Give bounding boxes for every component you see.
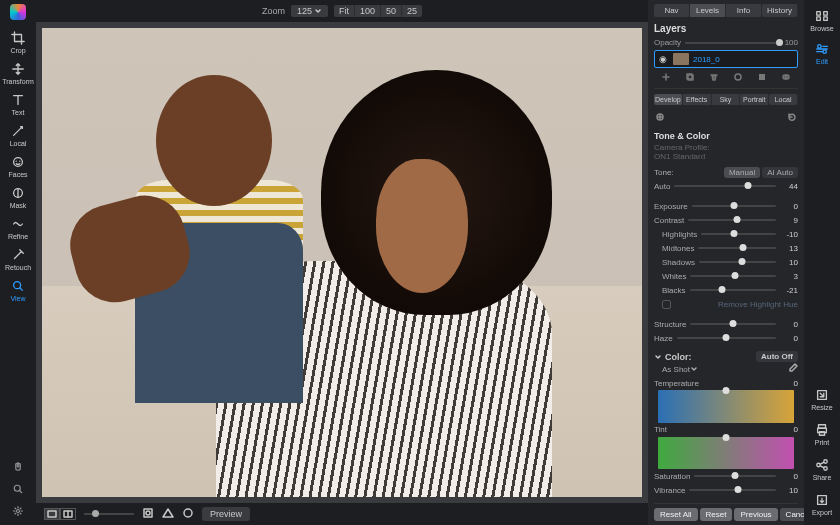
- svg-rect-7: [144, 509, 152, 517]
- reset-button[interactable]: Reset: [700, 508, 733, 521]
- share-button[interactable]: Share: [811, 455, 832, 484]
- crop-tool[interactable]: Crop: [1, 28, 35, 57]
- view-tool[interactable]: View: [1, 276, 35, 305]
- opacity-slider[interactable]: [685, 42, 781, 44]
- color-section-toggle[interactable]: Color: Auto Off: [654, 351, 798, 362]
- ai-auto-button[interactable]: AI Auto: [762, 167, 798, 178]
- refine-tool[interactable]: Refine: [1, 214, 35, 243]
- svg-point-9: [184, 509, 192, 517]
- layer-visibility-icon[interactable]: ◉: [657, 54, 669, 64]
- zoom-value-input[interactable]: 125: [291, 5, 328, 17]
- contrast-slider[interactable]: [688, 219, 776, 221]
- left-toolbar: Crop Transform Text Local Faces Mask Ref…: [0, 0, 36, 525]
- info-tab[interactable]: Info: [726, 4, 762, 17]
- nav-tab[interactable]: Nav: [654, 4, 690, 17]
- camera-profile-label: Camera Profile:: [654, 143, 798, 152]
- compare-slider[interactable]: [84, 513, 134, 515]
- shadows-slider[interactable]: [699, 261, 776, 263]
- highlights-label: Highlights: [662, 230, 697, 239]
- manual-button[interactable]: Manual: [724, 167, 760, 178]
- structure-slider[interactable]: [690, 323, 776, 325]
- text-tool[interactable]: Text: [1, 90, 35, 119]
- shadows-label: Shadows: [662, 258, 695, 267]
- blend-mode-icon[interactable]: [781, 72, 791, 84]
- image-canvas[interactable]: [36, 22, 648, 503]
- split-view-mode[interactable]: [60, 508, 76, 520]
- saturation-label: Saturation: [654, 472, 690, 481]
- portrait-mode-tab[interactable]: Portrait: [740, 94, 769, 105]
- history-tab[interactable]: History: [762, 4, 798, 17]
- layer-thumbnail: [673, 53, 689, 65]
- print-button[interactable]: Print: [811, 420, 832, 449]
- app-logo-icon: [10, 4, 26, 20]
- auto-slider[interactable]: [674, 185, 776, 187]
- export-button[interactable]: Export: [811, 490, 832, 519]
- softproof-icon[interactable]: [142, 507, 154, 521]
- zoom-preset-25[interactable]: 25: [402, 5, 422, 17]
- temperature-slider[interactable]: [658, 390, 794, 423]
- zoom-preset-100[interactable]: 100: [355, 5, 381, 17]
- highlights-slider[interactable]: [701, 233, 776, 235]
- reset-all-button[interactable]: Reset All: [654, 508, 698, 521]
- svg-rect-5: [48, 511, 56, 517]
- local-tool[interactable]: Local: [1, 121, 35, 150]
- saturation-slider[interactable]: [694, 475, 776, 477]
- browse-mode[interactable]: Browse: [810, 6, 833, 35]
- sky-mode-tab[interactable]: Sky: [712, 94, 741, 105]
- svg-point-12: [735, 74, 741, 80]
- add-layer-icon[interactable]: [661, 72, 671, 84]
- camera-profile-value: ON1 Standard: [654, 152, 798, 161]
- local-mode-tab[interactable]: Local: [769, 94, 798, 105]
- single-view-mode[interactable]: [44, 508, 60, 520]
- retouch-tool[interactable]: Retouch: [1, 245, 35, 274]
- previous-button[interactable]: Previous: [734, 508, 777, 521]
- vibrance-slider[interactable]: [689, 489, 776, 491]
- duplicate-layer-icon[interactable]: [685, 72, 695, 84]
- resize-button[interactable]: Resize: [811, 385, 832, 414]
- hand-tool-icon[interactable]: [12, 461, 24, 475]
- levels-tab[interactable]: Levels: [690, 4, 726, 17]
- blacks-slider[interactable]: [690, 289, 776, 291]
- settings-icon[interactable]: [12, 505, 24, 519]
- add-preset-icon[interactable]: [655, 112, 665, 124]
- edit-mode[interactable]: Edit: [815, 39, 829, 68]
- whites-slider[interactable]: [690, 275, 776, 277]
- temperature-label: Temperature: [654, 379, 699, 388]
- auto-off-button[interactable]: Auto Off: [756, 351, 798, 362]
- layer-item[interactable]: ◉ 2018_0: [654, 50, 798, 68]
- mask-view-icon[interactable]: [182, 507, 194, 521]
- vibrance-label: Vibrance: [654, 486, 685, 495]
- cancel-button[interactable]: Cancel: [780, 508, 804, 521]
- zoom-preset-fit[interactable]: Fit: [334, 5, 355, 17]
- chevron-down-icon: [314, 7, 322, 15]
- transform-tool[interactable]: Transform: [1, 59, 35, 88]
- top-toolbar: Zoom 125 Fit 100 50 25: [36, 0, 648, 22]
- far-right-toolbar: Browse Edit Resize Print Share Export: [804, 0, 840, 525]
- merge-layer-icon[interactable]: [733, 72, 743, 84]
- preview-button[interactable]: Preview: [202, 507, 250, 521]
- exposure-slider[interactable]: [692, 205, 776, 207]
- tint-slider[interactable]: [658, 437, 794, 470]
- tone-color-heading: Tone & Color: [654, 131, 798, 141]
- delete-layer-icon[interactable]: [709, 72, 719, 84]
- zoom-tool-icon[interactable]: [12, 483, 24, 497]
- reset-panel-icon[interactable]: [787, 112, 797, 124]
- warning-icon[interactable]: [162, 507, 174, 521]
- svg-rect-11: [688, 75, 693, 80]
- svg-rect-20: [824, 17, 828, 21]
- zoom-preset-50[interactable]: 50: [381, 5, 402, 17]
- wb-preset-dropdown[interactable]: As Shot: [662, 365, 690, 374]
- midtones-slider[interactable]: [698, 247, 776, 249]
- layer-name: 2018_0: [693, 55, 720, 64]
- svg-rect-19: [817, 17, 821, 21]
- mask-tool[interactable]: Mask: [1, 183, 35, 212]
- remove-hl-checkbox[interactable]: [662, 300, 671, 309]
- svg-rect-13: [759, 74, 765, 80]
- faces-tool[interactable]: Faces: [1, 152, 35, 181]
- chevron-down-icon: [654, 353, 662, 361]
- effects-mode-tab[interactable]: Effects: [683, 94, 712, 105]
- eyedropper-icon[interactable]: [788, 363, 798, 375]
- haze-slider[interactable]: [677, 337, 776, 339]
- color-fill-icon[interactable]: [757, 72, 767, 84]
- develop-mode-tab[interactable]: Develop: [654, 94, 683, 105]
